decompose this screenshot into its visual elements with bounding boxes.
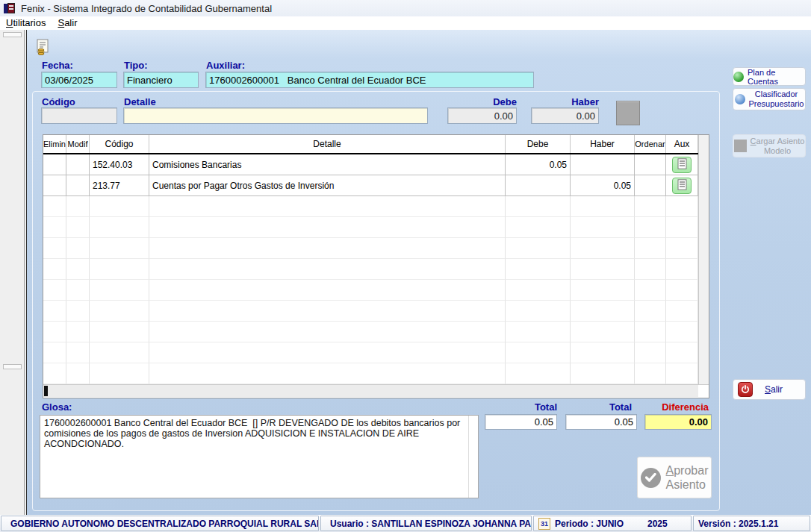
table-vertical-scrollbar[interactable] bbox=[698, 135, 709, 384]
journal-document-icon[interactable] bbox=[35, 39, 52, 55]
cell-debe bbox=[506, 301, 571, 322]
cell-modif bbox=[66, 259, 90, 280]
cell-modif bbox=[66, 154, 90, 175]
cell-aux bbox=[666, 280, 698, 301]
cell-modif bbox=[66, 217, 90, 238]
fecha-input[interactable] bbox=[41, 72, 117, 88]
header-detalle: Detalle bbox=[149, 135, 506, 153]
cell-detalle: Comisiones Bancarias bbox=[149, 154, 506, 175]
cell-debe bbox=[506, 217, 571, 238]
table-row bbox=[43, 301, 698, 322]
app-window: Fenix - Sistema Integrado de Contabilida… bbox=[0, 0, 811, 532]
cargar-label-line2: Modelo bbox=[764, 146, 791, 156]
document-lines-icon bbox=[677, 179, 687, 193]
menu-salir[interactable]: Salir bbox=[52, 16, 83, 30]
clasificador-label-line2: Presupuestario bbox=[749, 99, 804, 109]
journal-entry-panel: Fecha: Tipo: Auxiliar: Código Detalle De… bbox=[26, 30, 811, 515]
entries-table-header: Elimin Modif Código Detalle Debe Haber O… bbox=[43, 135, 698, 154]
cargar-asiento-modelo-button[interactable]: Cargar Asiento Modelo bbox=[733, 134, 806, 157]
auxiliar-label: Auxiliar: bbox=[206, 60, 245, 71]
codigo-input[interactable] bbox=[41, 107, 117, 124]
cell-ordenar bbox=[635, 154, 666, 175]
add-entry-button[interactable] bbox=[616, 101, 640, 125]
cell-ordenar bbox=[635, 238, 666, 259]
titlebar: Fenix - Sistema Integrado de Contabilida… bbox=[0, 0, 811, 16]
status-period-text: Periodo : JUNIO bbox=[555, 519, 624, 529]
status-version-text: Versión : 2025.1.21 bbox=[698, 519, 778, 529]
cell-codigo: 213.77 bbox=[90, 175, 149, 196]
cell-haber bbox=[571, 363, 635, 384]
cell-codigo bbox=[90, 259, 149, 280]
aux-detail-button[interactable] bbox=[672, 178, 692, 194]
table-row bbox=[43, 238, 698, 259]
clasificador-label-line1: Clasificador bbox=[755, 90, 798, 99]
table-row bbox=[43, 322, 698, 342]
aprobar-asiento-button[interactable]: Aprobar Asiento bbox=[637, 457, 712, 498]
table-row bbox=[43, 363, 698, 384]
cell-detalle bbox=[149, 280, 506, 301]
haber-label: Haber bbox=[559, 96, 599, 107]
cell-modif bbox=[66, 196, 90, 217]
table-row bbox=[43, 280, 698, 301]
cell-ordenar bbox=[635, 217, 666, 238]
cell-elimin bbox=[43, 196, 66, 217]
status-period-year: 2025 bbox=[647, 519, 668, 529]
status-user: Usuario : SANTILLAN ESPINOZA JOHANNA PAO… bbox=[320, 516, 532, 531]
cell-codigo bbox=[90, 280, 149, 301]
strip-tab-top[interactable] bbox=[3, 32, 22, 37]
cell-aux bbox=[666, 175, 698, 196]
cell-haber bbox=[571, 154, 635, 175]
cell-modif bbox=[66, 280, 90, 301]
status-entity-text: GOBIERNO AUTONOMO DESCENTRALIZADO PARROQ… bbox=[10, 519, 319, 529]
plan-de-cuentas-button[interactable]: Plan de Cuentas bbox=[733, 67, 806, 86]
status-user-text: Usuario : SANTILLAN ESPINOZA JOHANNA PAO… bbox=[330, 519, 532, 529]
cell-debe bbox=[506, 196, 571, 217]
cell-modif bbox=[66, 322, 90, 342]
cell-aux bbox=[666, 217, 698, 238]
cell-codigo bbox=[90, 301, 149, 322]
cell-ordenar bbox=[635, 175, 666, 196]
table-horizontal-scrollbar[interactable] bbox=[43, 384, 698, 397]
cell-debe bbox=[506, 238, 571, 259]
table-row bbox=[43, 196, 698, 217]
cell-debe bbox=[506, 363, 571, 384]
strip-tab-bottom[interactable] bbox=[3, 364, 22, 369]
haber-input bbox=[531, 107, 599, 124]
cell-aux bbox=[666, 154, 698, 175]
glosa-textarea[interactable]: 1760002600001 Banco Central del Ecuador … bbox=[40, 416, 478, 498]
entries-table-body: 152.40.03Comisiones Bancarias0.05213.77C… bbox=[43, 154, 698, 384]
cell-elimin bbox=[43, 322, 66, 342]
scrollbar-thumb[interactable] bbox=[44, 386, 48, 396]
detalle-input[interactable] bbox=[123, 107, 428, 124]
statusbar: GOBIERNO AUTONOMO DESCENTRALIZADO PARROQ… bbox=[0, 515, 811, 532]
cell-ordenar bbox=[635, 196, 666, 217]
cell-aux bbox=[666, 342, 698, 363]
table-row[interactable]: 152.40.03Comisiones Bancarias0.05 bbox=[43, 154, 698, 175]
cell-elimin bbox=[43, 280, 66, 301]
cell-codigo bbox=[90, 196, 149, 217]
header-modif: Modif bbox=[66, 135, 90, 153]
table-row[interactable]: 213.77Cuentas por Pagar Otros Gastos de … bbox=[43, 175, 698, 196]
plan-de-cuentas-label: Plan de Cuentas bbox=[748, 68, 805, 86]
cell-haber bbox=[571, 259, 635, 280]
table-row bbox=[43, 342, 698, 363]
fecha-label: Fecha: bbox=[42, 60, 73, 71]
aux-detail-button[interactable] bbox=[672, 157, 692, 173]
cell-aux bbox=[666, 363, 698, 384]
total-debe-value bbox=[485, 414, 557, 430]
cell-debe: 0.05 bbox=[506, 154, 571, 175]
tipo-input[interactable] bbox=[123, 72, 199, 88]
cell-codigo bbox=[90, 217, 149, 238]
detalle-label: Detalle bbox=[124, 96, 156, 107]
cell-modif bbox=[66, 175, 90, 196]
clasificador-presupuestario-button[interactable]: Clasificador Presupuestario bbox=[733, 88, 806, 110]
header-aux: Aux bbox=[666, 135, 698, 153]
cell-modif bbox=[66, 301, 90, 322]
menu-utilitarios[interactable]: Utilitarios bbox=[0, 16, 52, 30]
diferencia-label: Diferencia bbox=[654, 401, 709, 413]
salir-button[interactable]: Salir bbox=[733, 379, 806, 400]
cell-ordenar bbox=[635, 259, 666, 280]
auxiliar-input[interactable] bbox=[205, 72, 534, 88]
cell-aux bbox=[666, 259, 698, 280]
cell-ordenar bbox=[635, 363, 666, 384]
